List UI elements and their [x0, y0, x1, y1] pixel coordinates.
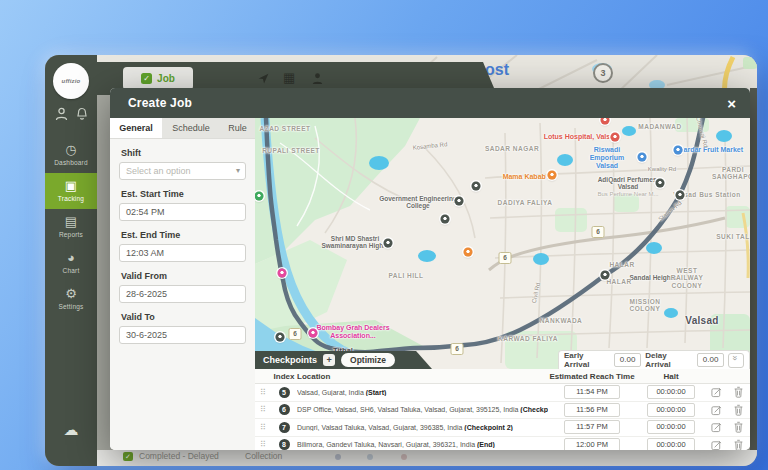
map-label: KARWAD FALIYA [498, 335, 558, 342]
trash-icon[interactable] [726, 404, 750, 416]
sidebar-item-label: Chart [45, 267, 97, 274]
add-checkpoint-button[interactable]: + [323, 354, 335, 366]
create-job-modal: Create Job × GeneralScheduleRule Shift S… [110, 88, 750, 450]
cloud-upload-icon[interactable]: ☁ [64, 421, 79, 438]
arrival-settings-bar: Early Arrival 0.00 Delay Arrival 0.00 » [558, 350, 750, 369]
chart-icon: ◕ [45, 251, 97, 265]
drag-handle-icon[interactable]: ⠿ [255, 440, 271, 449]
bell-icon[interactable] [76, 107, 88, 121]
table-row: ⠿6DSP Office, Valsad, SH6, Valsad Taluka… [255, 402, 750, 420]
edit-icon[interactable] [706, 439, 726, 450]
map-label: Mama Kabab's [503, 173, 552, 180]
sidebar-item-label: Dashboard [45, 159, 97, 166]
map-marker-pink[interactable] [278, 269, 287, 278]
map-label: Valsad [685, 315, 719, 326]
est-start-time-input[interactable]: 02:54 PM [119, 203, 246, 221]
map-label: PALI HILL [388, 272, 423, 279]
halt-input[interactable]: 00:00:00 [647, 403, 695, 417]
map-marker-poi[interactable] [384, 239, 393, 248]
map-marker-poi[interactable] [455, 197, 464, 206]
valid-to-input[interactable]: 30-6-2025 [119, 326, 246, 344]
map-label: Station Rd [657, 200, 682, 223]
map-marker-poi[interactable] [276, 333, 285, 342]
delay-arrival-input[interactable]: 0.00 [697, 353, 724, 367]
collapse-icon[interactable]: » [728, 353, 744, 368]
route-shield: 6 [592, 226, 605, 238]
send-location-icon[interactable] [257, 71, 270, 89]
map-marker-orange[interactable] [548, 171, 557, 180]
tab-general[interactable]: General [110, 118, 162, 138]
map-marker-green[interactable] [255, 192, 264, 201]
user-icon[interactable] [55, 107, 68, 121]
sidebar-item-tracking[interactable]: ▣Tracking [45, 173, 97, 209]
est-start-time-label: Est. Start Time [121, 189, 246, 199]
tab-schedule[interactable]: Schedule [162, 118, 220, 138]
valid-from-label: Valid From [121, 271, 246, 281]
map-label: Bombay Grah Dealers Association... [313, 324, 393, 340]
halt-input[interactable]: 00:00:00 [647, 438, 695, 450]
map-marker-orange[interactable] [464, 248, 473, 257]
reach-time-input[interactable]: 11:56 PM [564, 403, 620, 417]
map-label: Riswadi Emporium Valsad [578, 146, 636, 170]
checkpoint-index-badge: 8 [279, 439, 290, 450]
map-marker-poi[interactable] [441, 215, 450, 224]
shift-select[interactable]: Select an option ▾ [119, 162, 246, 180]
tab-job[interactable]: ✓ Job [123, 67, 193, 90]
valid-to-label: Valid To [121, 312, 246, 322]
map-marker-poi[interactable] [676, 191, 685, 200]
tab-rule[interactable]: Rule [220, 118, 255, 138]
map-label: DADIYA FALIYA [498, 199, 553, 206]
trash-icon[interactable] [726, 386, 750, 398]
map-marker-red[interactable] [601, 118, 610, 125]
sidebar-nav: ◷Dashboard▣Tracking▤Reports◕Chart⚙Settin… [45, 137, 97, 317]
route-map[interactable]: AZAD STREETRUPALI STREETKosamba RdSADAR … [255, 118, 750, 369]
reach-time-input[interactable]: 12:00 PM [564, 438, 620, 450]
person-icon[interactable] [311, 71, 324, 89]
drag-handle-icon[interactable]: ⠿ [255, 405, 271, 414]
map-marker-red[interactable] [611, 133, 620, 142]
location-tag: (Checkpoint 2) [464, 424, 513, 431]
trash-icon[interactable] [726, 421, 750, 433]
sidebar-item-settings[interactable]: ⚙Settings [45, 281, 97, 317]
map-marker-poi[interactable] [472, 182, 481, 191]
edit-icon[interactable] [706, 421, 726, 433]
background-icon [401, 454, 407, 460]
close-icon[interactable]: × [725, 93, 738, 114]
reach-time-input[interactable]: 11:54 PM [564, 385, 620, 399]
checkpoint-index-badge: 5 [279, 387, 290, 398]
optimize-button[interactable]: Optimize [341, 353, 395, 367]
edit-icon[interactable] [706, 404, 726, 416]
map-label: Chanvai Rd [695, 118, 709, 148]
map-marker-pink[interactable] [309, 329, 318, 338]
sidebar-item-dashboard[interactable]: ◷Dashboard [45, 137, 97, 173]
map-label: Civil Rd [531, 282, 541, 303]
drag-handle-icon[interactable]: ⠿ [255, 388, 271, 397]
early-arrival-input[interactable]: 0.00 [614, 353, 641, 367]
grid-icon[interactable]: ▦ [283, 71, 295, 85]
halt-input[interactable]: 00:00:00 [647, 420, 695, 434]
trash-icon[interactable] [726, 439, 750, 450]
map-label: SUKI TAL [716, 233, 750, 240]
map-marker-blue[interactable] [638, 153, 647, 162]
tracking-icon: ▣ [45, 179, 97, 193]
sidebar-item-chart[interactable]: ◕Chart [45, 245, 97, 281]
background-collection-text: Collection [245, 451, 282, 461]
map-marker-blue[interactable] [674, 146, 683, 155]
valid-from-input[interactable]: 28-6-2025 [119, 285, 246, 303]
edit-icon[interactable] [706, 386, 726, 398]
est-end-time-input[interactable]: 12:03 AM [119, 244, 246, 262]
sidebar-item-label: Settings [45, 303, 97, 310]
map-label: NANKWADA [540, 317, 583, 324]
app-logo[interactable]: uffizio [53, 63, 89, 99]
map-label: Sandal Heights [630, 274, 677, 281]
map-marker-poi[interactable] [601, 271, 610, 280]
reach-time-input[interactable]: 11:57 PM [564, 420, 620, 434]
est-end-time-label: Est. End Time [121, 230, 246, 240]
tab-job-label: Job [157, 73, 175, 84]
map-marker-poi[interactable] [656, 179, 665, 188]
halt-input[interactable]: 00:00:00 [647, 385, 695, 399]
drag-handle-icon[interactable]: ⠿ [255, 423, 271, 432]
checkpoint-location: DSP Office, Valsad, SH6, Valsad Taluka, … [297, 406, 548, 413]
background-icon [335, 454, 341, 460]
sidebar-item-reports[interactable]: ▤Reports [45, 209, 97, 245]
